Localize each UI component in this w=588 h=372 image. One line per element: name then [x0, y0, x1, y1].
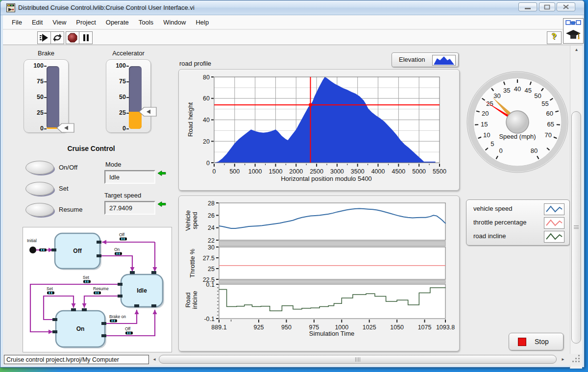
svg-text:-0.1: -0.1	[204, 316, 215, 322]
gauge-tick-label: 20	[482, 110, 489, 117]
menu-item-file[interactable]: File	[7, 16, 27, 28]
target-speed-indicator-arrow-icon	[158, 201, 166, 207]
stop-button[interactable]: Stop	[509, 333, 564, 350]
scale-label: 25	[110, 109, 126, 116]
application-window: Distributed Cruise Control.lvlib:Cruise …	[0, 0, 585, 368]
svg-text:2000: 2000	[289, 168, 303, 175]
throttle-ylabel: Throttle %	[189, 244, 197, 283]
target-speed-label: Target speed	[104, 192, 141, 199]
minimize-button[interactable]	[518, 2, 537, 11]
h-scroll-thumb[interactable]	[159, 355, 557, 364]
svg-text:3500: 3500	[351, 168, 365, 175]
run-button[interactable]	[37, 31, 51, 44]
menu-item-view[interactable]: View	[48, 16, 71, 28]
svg-text:5000: 5000	[412, 168, 426, 175]
window-titlebar[interactable]: Distributed Cruise Control.lvlib:Cruise …	[0, 0, 584, 15]
scale-label: 50	[110, 94, 126, 100]
vi-icon-box[interactable]	[563, 18, 584, 44]
svg-text:30: 30	[208, 244, 215, 251]
h-scroll-right-arrow[interactable]: ▸	[560, 356, 566, 362]
gauge-tick-label: 55	[541, 100, 548, 107]
accelerator-slider[interactable]: 1007550250	[106, 59, 151, 133]
waveform-legend-item-1[interactable]: throttle percentage	[466, 217, 569, 229]
gauge-tick-label: 0	[499, 147, 502, 154]
transition-label: Off	[125, 326, 131, 331]
legend-line-icon	[544, 217, 564, 229]
abort-icon	[66, 32, 79, 44]
transition-label: On	[114, 247, 120, 252]
menu-item-operate[interactable]: Operate	[101, 16, 134, 28]
menu-item-help[interactable]: Help	[191, 16, 214, 28]
road-incline-ylabel: Road inlcine	[185, 285, 198, 315]
scale-label: 25	[28, 109, 44, 116]
scale-label: 100	[110, 62, 126, 69]
transition-label: Brake on	[109, 314, 126, 319]
gauge-tick-label: 5	[490, 140, 494, 148]
set-button-label: Set	[59, 185, 69, 192]
scale-label: 0	[110, 125, 126, 132]
svg-text:Off: Off	[73, 248, 82, 254]
v-scrollbar[interactable]: ▴ ▾	[570, 46, 582, 369]
v-scroll-thumb[interactable]	[571, 111, 581, 344]
menu-item-tools[interactable]: Tools	[134, 16, 158, 28]
waveform-legend-item-0[interactable]: vehicle speed	[466, 203, 569, 216]
h-scroll-left-arrow[interactable]: ◂	[151, 356, 158, 362]
v-scroll-up-arrow[interactable]: ▴	[570, 47, 583, 52]
scale-label: 75	[28, 78, 44, 85]
accelerator-slider-handle[interactable]	[139, 106, 157, 118]
svg-text:5500: 5500	[433, 168, 446, 175]
app-icon	[6, 3, 15, 12]
abort-button[interactable]	[66, 31, 79, 44]
run-continuous-icon	[51, 32, 64, 44]
pause-icon	[79, 32, 92, 44]
transition-label: Set	[47, 286, 53, 291]
gauge-title: Speed (mph)	[499, 133, 536, 140]
pause-button[interactable]	[79, 31, 93, 44]
set-button[interactable]	[25, 182, 54, 196]
svg-text:4500: 4500	[392, 168, 405, 175]
legend-label: throttle percentage	[473, 219, 526, 226]
legend-label: vehicle speed	[473, 205, 513, 212]
gauge-tick-label: 65	[547, 121, 554, 128]
resize-grip[interactable]	[575, 358, 577, 359]
svg-text:0: 0	[213, 168, 216, 175]
menu-item-window[interactable]: Window	[158, 16, 191, 28]
project-context-button[interactable]: Cruise control project.lvproj/My Compute…	[4, 355, 149, 364]
menubar[interactable]: FileEditViewProjectOperateToolsWindowHel…	[3, 15, 583, 29]
mode-label: Mode	[105, 161, 122, 168]
client-area: FileEditViewProjectOperateToolsWindowHel…	[3, 15, 583, 366]
graduation-cap-icon	[566, 30, 581, 39]
elevation-legend[interactable]: Elevation	[392, 52, 459, 67]
resume-button[interactable]	[25, 203, 54, 217]
legend-label: road incline	[473, 232, 506, 240]
gauge-tick-label: 60	[546, 110, 553, 117]
initial-state-dot	[29, 247, 36, 253]
gauge-tick-label: 30	[493, 92, 500, 99]
waveform-legend-item-2[interactable]: road incline	[466, 230, 569, 243]
toolbar: ?	[3, 30, 583, 45]
menu-item-edit[interactable]: Edit	[27, 16, 48, 28]
svg-text:20: 20	[203, 138, 210, 145]
brake-slider[interactable]: 1007550250	[24, 59, 69, 133]
transition-label: Resume	[93, 286, 109, 291]
onoff-button-label: On/Off	[59, 164, 77, 171]
brake-slider-handle[interactable]	[56, 122, 75, 134]
onoff-button[interactable]	[25, 161, 54, 174]
road-profile-xlabel: Horizontal position modulo 5400	[253, 175, 400, 182]
brake-slider-track[interactable]	[47, 66, 59, 129]
svg-text:1500: 1500	[269, 168, 283, 175]
maximize-button[interactable]	[539, 2, 555, 11]
menu-item-project[interactable]: Project	[71, 16, 100, 28]
svg-text:On: On	[76, 325, 85, 332]
desktop-background: Distributed Cruise Control.lvlib:Cruise …	[0, 0, 588, 372]
run-continuous-button[interactable]	[50, 31, 64, 44]
stop-button-label: Stop	[535, 338, 549, 346]
simulation-time-xlabel: Simulation Time	[258, 330, 405, 337]
elevation-legend-icon	[432, 55, 456, 66]
target-speed-value: 27.9409	[109, 204, 132, 212]
close-button[interactable]	[557, 2, 575, 11]
waveform-legend: vehicle speedthrottle percentageroad inc…	[466, 199, 570, 246]
svg-text:22: 22	[208, 237, 215, 244]
svg-text:80: 80	[203, 74, 210, 81]
help-button[interactable]: ?	[547, 31, 562, 44]
